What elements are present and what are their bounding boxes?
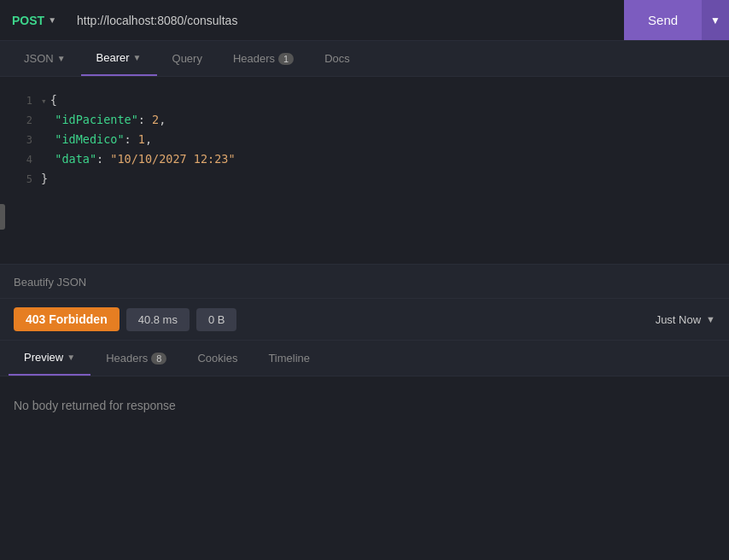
- resp-tab-cookies[interactable]: Cookies: [182, 341, 253, 376]
- method-selector[interactable]: POST ▼: [0, 0, 68, 40]
- method-dropdown-arrow: ▼: [48, 15, 56, 25]
- tab-json[interactable]: JSON ▼: [9, 41, 81, 76]
- timestamp-group[interactable]: Just Now ▼: [656, 313, 715, 326]
- tab-bearer[interactable]: Bearer ▼: [81, 41, 157, 76]
- status-badge: 403 Forbidden: [14, 307, 120, 331]
- timestamp-arrow: ▼: [706, 314, 715, 324]
- resp-tab-timeline[interactable]: Timeline: [253, 341, 325, 376]
- tab-query[interactable]: Query: [157, 41, 218, 76]
- send-btn-group: Send ▼: [624, 0, 729, 40]
- code-line-4: 4 "data" : "10/10/2027 12:23": [0, 149, 729, 169]
- size-badge: 0 B: [196, 308, 237, 331]
- url-input[interactable]: [68, 14, 624, 27]
- code-line-3: 3 "idMedico" : 1 ,: [0, 130, 729, 149]
- tab-docs[interactable]: Docs: [309, 41, 365, 76]
- response-body: No body returned for response: [0, 376, 729, 434]
- resp-tab-preview[interactable]: Preview ▼: [9, 341, 90, 376]
- beautify-row[interactable]: Beautify JSON: [0, 265, 729, 299]
- code-line-1: 1 ▾ {: [0, 90, 729, 110]
- response-bar: 403 Forbidden 40.8 ms 0 B Just Now ▼: [0, 299, 729, 341]
- send-dropdown-button[interactable]: ▼: [702, 0, 729, 40]
- timestamp-label: Just Now: [656, 313, 701, 326]
- request-tab-bar: JSON ▼ Bearer ▼ Query Headers 1 Docs: [0, 41, 729, 77]
- top-bar: POST ▼ Send ▼: [0, 0, 729, 41]
- no-body-text: No body returned for response: [14, 399, 176, 412]
- time-badge: 40.8 ms: [126, 308, 190, 331]
- send-button[interactable]: Send: [624, 0, 702, 40]
- response-tab-bar: Preview ▼ Headers 8 Cookies Timeline: [0, 341, 729, 376]
- tab-headers[interactable]: Headers 1: [218, 41, 309, 76]
- beautify-label: Beautify JSON: [14, 276, 86, 289]
- code-line-5: 5 }: [0, 169, 729, 189]
- code-editor[interactable]: 1 ▾ { 2 "idPaciente" : 2 , 3 "idMedico" …: [0, 77, 729, 265]
- code-line-2: 2 "idPaciente" : 2 ,: [0, 110, 729, 130]
- left-edge-notch: [0, 204, 5, 230]
- resp-tab-headers[interactable]: Headers 8: [90, 341, 182, 376]
- method-label: POST: [12, 14, 44, 27]
